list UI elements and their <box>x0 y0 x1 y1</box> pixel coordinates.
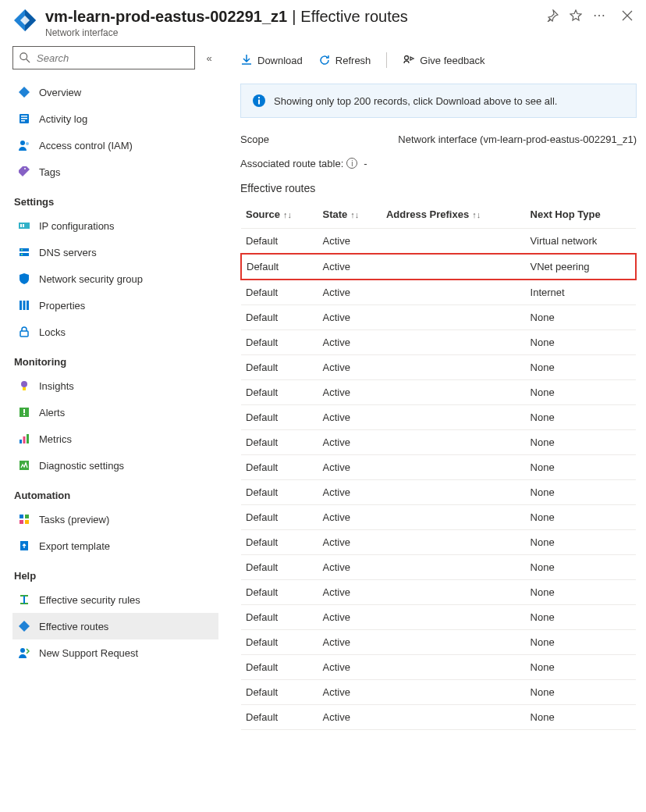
cell-state: Active <box>318 655 381 680</box>
table-row[interactable]: DefaultActiveNone <box>241 430 636 455</box>
table-row[interactable]: DefaultActiveInternet <box>241 280 636 305</box>
table-row[interactable]: DefaultActiveNone <box>241 455 636 480</box>
insights-icon <box>17 379 31 393</box>
table-row[interactable]: DefaultActiveNone <box>241 480 636 505</box>
sidebar-group-monitoring: Monitoring <box>14 356 218 368</box>
cell-state: Active <box>318 680 381 705</box>
sidebar-item-metrics[interactable]: Metrics <box>12 426 218 452</box>
table-row[interactable]: DefaultActiveNone <box>241 655 636 680</box>
sidebar-item-tags[interactable]: Tags <box>12 158 218 185</box>
cell-state: Active <box>318 705 381 730</box>
close-icon[interactable] <box>621 9 634 22</box>
cell-prefixes <box>382 505 526 530</box>
table-row[interactable]: DefaultActiveNone <box>241 530 636 555</box>
table-row[interactable]: DefaultActiveNone <box>241 330 636 355</box>
table-row[interactable]: DefaultActiveNone <box>241 405 636 430</box>
cell-next_hop: VNet peering <box>526 254 636 280</box>
cell-state: Active <box>318 305 381 330</box>
table-row[interactable]: DefaultActiveNone <box>241 505 636 530</box>
cell-source: Default <box>241 355 318 380</box>
table-row[interactable]: DefaultActiveNone <box>241 705 636 730</box>
table-row[interactable]: DefaultActiveNone <box>241 580 636 605</box>
col-prefixes[interactable]: Address Prefixes↑↓ <box>382 201 526 229</box>
sidebar-item-effective-security-rules[interactable]: Effective security rules <box>12 586 218 613</box>
sidebar-search[interactable] <box>12 46 195 69</box>
sidebar-item-export-template[interactable]: Export template <box>12 532 218 559</box>
table-row[interactable]: DefaultActiveVNet peering <box>241 254 636 280</box>
sidebar-item-dns-servers[interactable]: DNS servers <box>12 239 218 265</box>
cell-prefixes <box>382 555 526 580</box>
sidebar-item-label: Export template <box>39 540 110 552</box>
cell-next_hop: None <box>526 355 636 380</box>
table-row[interactable]: DefaultActiveNone <box>241 605 636 630</box>
sidebar-item-diagnostic-settings[interactable]: Diagnostic settings <box>12 452 218 479</box>
info-text: Showing only top 200 records, click Down… <box>274 95 558 107</box>
cell-next_hop: None <box>526 580 636 605</box>
cell-next_hop: None <box>526 455 636 480</box>
sidebar-item-access-control-iam-[interactable]: Access control (IAM) <box>12 132 218 158</box>
refresh-button[interactable]: Refresh <box>318 54 371 66</box>
cell-prefixes <box>382 380 526 405</box>
table-row[interactable]: DefaultActiveNone <box>241 380 636 405</box>
svg-point-11 <box>24 168 26 169</box>
svg-rect-33 <box>25 515 29 518</box>
cell-state: Active <box>318 555 381 580</box>
download-button[interactable]: Download <box>240 54 303 66</box>
feedback-button[interactable]: Give feedback <box>403 54 484 66</box>
support-icon <box>17 646 31 660</box>
sidebar-item-new-support-request[interactable]: New Support Request <box>12 639 218 666</box>
cell-next_hop: None <box>526 430 636 455</box>
cell-source: Default <box>241 405 318 430</box>
cell-state: Active <box>318 530 381 555</box>
cell-prefixes <box>382 655 526 680</box>
cell-next_hop: None <box>526 680 636 705</box>
sidebar: « OverviewActivity logAccess control (IA… <box>0 46 225 738</box>
star-icon[interactable] <box>570 9 582 22</box>
sidebar-item-locks[interactable]: Locks <box>12 319 218 345</box>
svg-point-10 <box>26 142 29 145</box>
info-circle-icon[interactable]: i <box>346 158 357 169</box>
sidebar-item-insights[interactable]: Insights <box>12 372 218 399</box>
sort-icon: ↑↓ <box>472 210 481 219</box>
col-source[interactable]: Source↑↓ <box>241 201 318 229</box>
sidebar-item-label: Properties <box>39 300 85 312</box>
cell-next_hop: Virtual network <box>526 229 636 255</box>
svg-point-9 <box>20 141 25 145</box>
main-content: Download Refresh Give feedback Showing o… <box>225 46 646 738</box>
cell-next_hop: None <box>526 630 636 655</box>
network-interface-icon <box>12 8 37 33</box>
associated-route-table-row: Associated route table: i - <box>240 158 637 169</box>
table-row[interactable]: DefaultActiveNone <box>241 305 636 330</box>
sidebar-item-ip-configurations[interactable]: IP configurations <box>12 212 218 239</box>
sidebar-item-effective-routes[interactable]: Effective routes <box>12 613 218 639</box>
cell-source: Default <box>241 605 318 630</box>
col-nexthop[interactable]: Next Hop Type <box>526 201 636 229</box>
cell-next_hop: None <box>526 330 636 355</box>
overview-icon <box>17 85 31 99</box>
sidebar-item-properties[interactable]: Properties <box>12 292 218 319</box>
table-row[interactable]: DefaultActiveNone <box>241 680 636 705</box>
col-state[interactable]: State↑↓ <box>318 201 381 229</box>
cell-state: Active <box>318 630 381 655</box>
cell-source: Default <box>241 680 318 705</box>
cell-next_hop: None <box>526 555 636 580</box>
svg-rect-42 <box>258 97 260 98</box>
table-row[interactable]: DefaultActiveNone <box>241 630 636 655</box>
svg-rect-29 <box>23 436 26 443</box>
sidebar-item-tasks-preview-[interactable]: Tasks (preview) <box>12 506 218 532</box>
table-row[interactable]: DefaultActiveNone <box>241 555 636 580</box>
more-icon[interactable]: ⋯ <box>593 8 605 23</box>
sidebar-item-label: Tags <box>39 166 60 178</box>
pin-icon[interactable] <box>546 9 559 22</box>
page-title: vm-learn-prod-eastus-002291_z1 | Effecti… <box>45 8 540 26</box>
collapse-sidebar-icon[interactable]: « <box>200 52 218 64</box>
cell-state: Active <box>318 355 381 380</box>
sidebar-search-input[interactable] <box>35 52 188 65</box>
table-row[interactable]: DefaultActiveVirtual network <box>241 229 636 255</box>
cell-state: Active <box>318 580 381 605</box>
sidebar-item-overview[interactable]: Overview <box>12 79 218 105</box>
sidebar-item-activity-log[interactable]: Activity log <box>12 105 218 132</box>
sidebar-item-alerts[interactable]: Alerts <box>12 399 218 426</box>
sidebar-item-network-security-group[interactable]: Network security group <box>12 265 218 292</box>
table-row[interactable]: DefaultActiveNone <box>241 355 636 380</box>
